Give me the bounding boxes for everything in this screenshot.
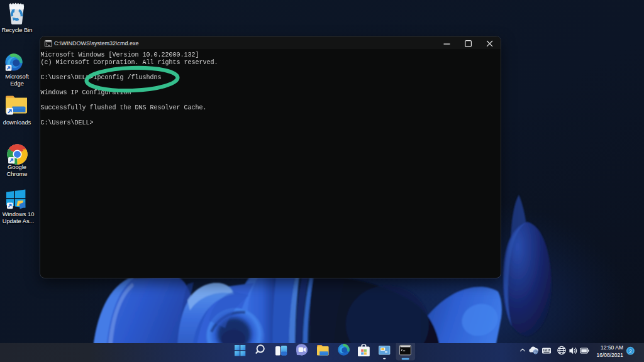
svg-text:2: 2: [629, 348, 632, 354]
